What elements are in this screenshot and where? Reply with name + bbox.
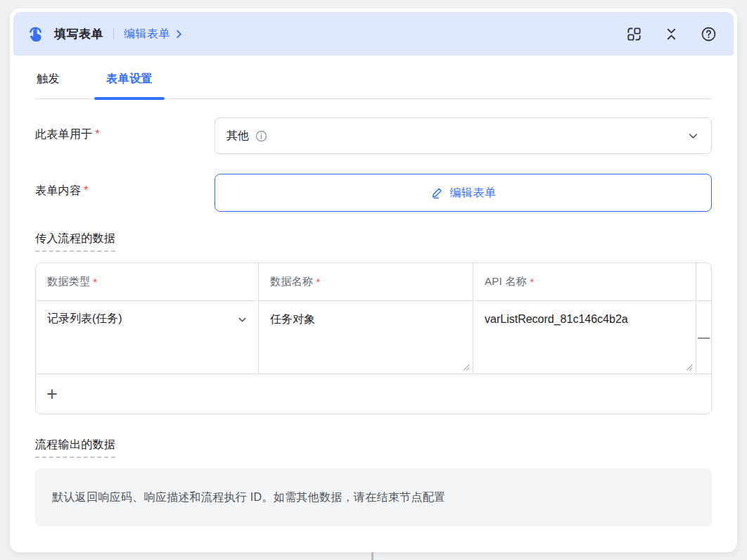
header-data-name: 数据名称* bbox=[259, 263, 473, 301]
tab-bar: 触发 表单设置 bbox=[35, 65, 712, 99]
edit-pencil-icon bbox=[430, 186, 444, 200]
header-data-type: 数据类型* bbox=[36, 263, 259, 301]
header-api-name: API 名称* bbox=[473, 263, 696, 301]
edit-form-button[interactable]: 编辑表单 bbox=[215, 174, 712, 212]
api-name-textarea[interactable]: varListRecord_81c146c4b2a bbox=[473, 301, 696, 374]
form-usage-row: 此表单用于* 其他 bbox=[35, 117, 712, 154]
table-footer-row: + bbox=[36, 374, 711, 414]
active-tab-indicator bbox=[94, 97, 165, 100]
required-mark: * bbox=[316, 276, 320, 288]
form-content-label: 表单内容* bbox=[35, 174, 215, 212]
input-data-section-title: 传入流程的数据 bbox=[35, 231, 712, 252]
tab-form-settings-label: 表单设置 bbox=[106, 72, 153, 84]
resize-handle-icon[interactable] bbox=[463, 364, 470, 371]
tap-hand-icon bbox=[26, 25, 45, 44]
form-usage-label: 此表单用于* bbox=[35, 117, 215, 154]
data-type-select[interactable]: 记录列表(任务) bbox=[36, 301, 259, 374]
header-actions bbox=[626, 26, 717, 42]
required-mark: * bbox=[93, 276, 97, 288]
chevron-right-icon bbox=[174, 29, 184, 39]
edit-form-link-label: 编辑表单 bbox=[124, 27, 170, 42]
plus-icon: + bbox=[46, 385, 58, 404]
required-mark: * bbox=[530, 276, 534, 288]
input-data-table: 数据类型* 数据名称* API 名称* 记录列表(任务) 任务对象 bbox=[35, 262, 712, 414]
table-row: 记录列表(任务) 任务对象 varListRecord_81c146c4b2a … bbox=[36, 301, 711, 374]
edit-form-link[interactable]: 编辑表单 bbox=[124, 27, 184, 42]
add-row-button[interactable]: + bbox=[36, 374, 711, 414]
data-name-textarea[interactable]: 任务对象 bbox=[259, 301, 473, 374]
table-header-row: 数据类型* 数据名称* API 名称* bbox=[36, 263, 711, 301]
info-circle-icon[interactable] bbox=[255, 130, 267, 142]
form-node-panel: 填写表单 编辑表单 bbox=[10, 8, 737, 552]
chevron-down-icon bbox=[236, 314, 248, 326]
tab-trigger-label: 触发 bbox=[37, 72, 60, 84]
tab-form-settings[interactable]: 表单设置 bbox=[105, 65, 154, 98]
form-usage-value: 其他 bbox=[226, 129, 249, 144]
panel-content: 此表单用于* 其他 bbox=[10, 99, 737, 526]
node-header: 填写表单 编辑表单 bbox=[13, 12, 734, 56]
flow-connector-line bbox=[371, 552, 374, 560]
form-content-row: 表单内容* 编辑表单 bbox=[35, 174, 712, 212]
form-usage-select[interactable]: 其他 bbox=[215, 117, 712, 154]
remove-row-button[interactable]: — bbox=[692, 328, 712, 348]
help-circle-icon[interactable] bbox=[701, 26, 717, 42]
replace-node-icon[interactable] bbox=[626, 26, 642, 42]
collapse-panel-icon[interactable] bbox=[663, 26, 679, 42]
required-mark: * bbox=[96, 128, 101, 140]
output-data-note: 默认返回响应码、响应描述和流程执行 ID。如需其他数据，请在结束节点配置 bbox=[35, 469, 712, 526]
tab-trigger[interactable]: 触发 bbox=[35, 65, 61, 98]
required-mark: * bbox=[84, 184, 89, 196]
node-title: 填写表单 bbox=[54, 26, 103, 42]
header-actions-col bbox=[696, 263, 712, 301]
chevron-down-icon bbox=[687, 129, 700, 143]
edit-form-button-label: 编辑表单 bbox=[450, 186, 497, 201]
row-actions-cell: — bbox=[696, 301, 711, 374]
data-type-value: 记录列表(任务) bbox=[47, 312, 122, 326]
resize-handle-icon[interactable] bbox=[686, 364, 693, 371]
header-divider bbox=[113, 28, 114, 40]
output-data-section-title: 流程输出的数据 bbox=[35, 438, 712, 458]
